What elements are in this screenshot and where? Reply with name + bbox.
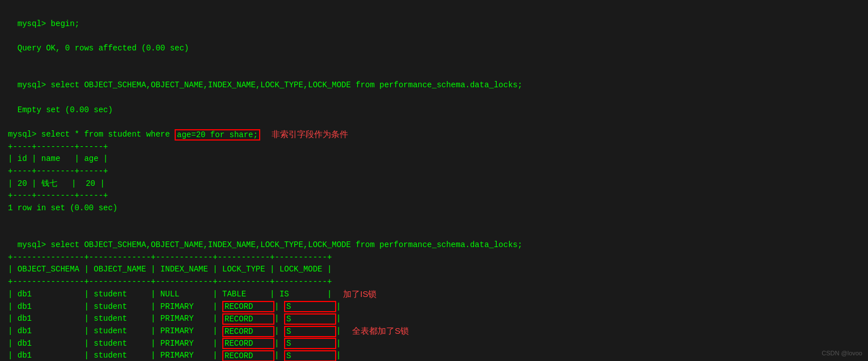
query-ok-text: Query OK, 0 rows affected (0.00 sec): [18, 44, 189, 53]
annotation-s-lock: 全表都加了S锁: [352, 326, 409, 337]
locks-table-header: | OBJECT_SCHEMA | OBJECT_NAME | INDEX_NA…: [8, 264, 860, 276]
prompt-text: mysql> begin;: [18, 19, 79, 28]
locks-row-6-end: |: [336, 350, 341, 361]
locks-row-4-end: |: [336, 325, 341, 338]
line-second-select-prompt: mysql> select OBJECT_SCHEMA,OBJECT_NAME,…: [8, 227, 860, 251]
annotation-is-lock: 加了IS锁: [343, 289, 376, 300]
student-table-row: | 20 | 钱七 | 20 |: [8, 178, 860, 190]
locks-row-5-prefix: | db1 | student | PRIMARY |: [8, 338, 222, 350]
locks-row-6-record: RECORD: [222, 350, 274, 361]
empty-set-text: Empty set (0.00 sec): [18, 105, 113, 114]
select-prefix: mysql> select * from student where: [8, 129, 175, 141]
locks-row-4-record: RECORD: [222, 326, 274, 337]
blank-line-2: [8, 116, 860, 129]
locks-row-3-s: S: [284, 313, 336, 325]
line-begin-result: Query OK, 0 rows affected (0.00 sec): [8, 30, 860, 54]
locks-row-5-container: | db1 | student | PRIMARY | RECORD | S |: [8, 338, 860, 350]
locks-row-6-prefix: | db1 | student | PRIMARY |: [8, 350, 222, 361]
locks-row-5-record: RECORD: [222, 338, 274, 349]
student-table-divider-bot: +----+--------+-----+: [8, 190, 860, 202]
locks-row-2-s: S: [284, 301, 336, 312]
locks-row-3-container: | db1 | student | PRIMARY | RECORD | S |: [8, 313, 860, 325]
annotation-non-index: 非索引字段作为条件: [272, 129, 348, 140]
locks-row-3-record: RECORD: [222, 313, 274, 325]
locks-row-2-record: RECORD: [222, 301, 274, 312]
line-select-locks-prompt: mysql> select OBJECT_SCHEMA,OBJECT_NAME,…: [8, 67, 860, 91]
locks-row-3-prefix: | db1 | student | PRIMARY |: [8, 313, 222, 325]
locks-row-5-sep: |: [274, 338, 284, 350]
blank-line-3: [8, 215, 860, 227]
student-table-footer: 1 row in set (0.00 sec): [8, 202, 860, 215]
second-select-query: mysql> select OBJECT_SCHEMA,OBJECT_NAME,…: [18, 240, 523, 249]
locks-row-4-prefix: | db1 | student | PRIMARY |: [8, 325, 222, 338]
line-begin-prompt: mysql> begin;: [8, 6, 860, 30]
watermark: CSDN @lovoo: [822, 350, 862, 356]
locks-row-1-container: | db1 | student | NULL | TABLE | IS | 加了…: [8, 288, 860, 301]
select-share-line: mysql> select * from student where age=2…: [8, 129, 860, 141]
locks-row-2-sep: |: [274, 301, 284, 313]
line-empty-set: Empty set (0.00 sec): [8, 92, 860, 116]
locks-row-3-end: |: [336, 313, 341, 325]
locks-row-2-container: | db1 | student | PRIMARY | RECORD | S |: [8, 301, 860, 313]
student-table-header: | id | name | age |: [8, 153, 860, 165]
locks-row-6-container: | db1 | student | PRIMARY | RECORD | S |: [8, 350, 860, 361]
locks-row-6-s: S: [284, 350, 336, 361]
blank-line-1: [8, 55, 860, 67]
locks-row-6-sep: |: [274, 350, 284, 361]
locks-table-divider2: +---------------+-------------+---------…: [8, 276, 860, 288]
locks-row-1: | db1 | student | NULL | TABLE | IS |: [8, 288, 332, 301]
locks-row-5-end: |: [336, 338, 341, 350]
locks-row-4-s: S: [284, 326, 336, 337]
locks-row-3-sep: |: [274, 313, 284, 325]
first-select-query: mysql> select OBJECT_SCHEMA,OBJECT_NAME,…: [18, 80, 523, 90]
locks-row-4-container: | db1 | student | PRIMARY | RECORD | S |…: [8, 325, 860, 338]
student-table-divider-top: +----+--------+-----+: [8, 141, 860, 154]
locks-row-2-prefix: | db1 | student | PRIMARY |: [8, 301, 222, 313]
locks-table-divider1: +---------------+-------------+---------…: [8, 252, 860, 264]
locks-row-4-sep: |: [274, 325, 284, 338]
highlighted-query: age=20 for share;: [175, 129, 260, 141]
locks-row-5-s: S: [284, 338, 336, 349]
locks-row-2-end: |: [336, 301, 341, 313]
student-table-divider-mid: +----+--------+-----+: [8, 165, 860, 178]
